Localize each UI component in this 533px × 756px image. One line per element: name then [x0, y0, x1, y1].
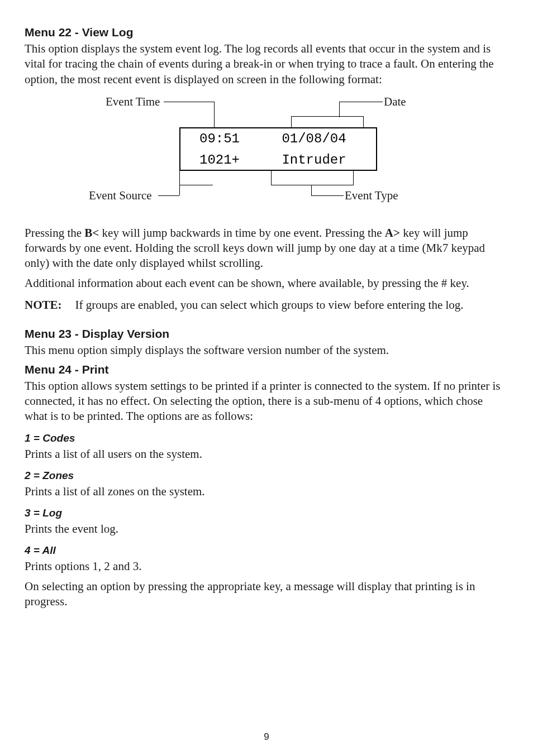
line-source-v — [179, 185, 180, 195]
lcd-display: 09:51 01/08/04 1021+ Intruder — [179, 127, 377, 171]
option-2-text: Prints a list of all zones on the system… — [25, 484, 508, 499]
note-text: If groups are enabled, you can select wh… — [75, 298, 464, 313]
menu22-paragraph-1: This option displays the system event lo… — [25, 41, 508, 87]
menu22-paragraph-2: Pressing the B< key will jump backwards … — [25, 226, 508, 271]
page-number: 9 — [0, 731, 533, 743]
display-date: 01/08/04 — [255, 128, 373, 150]
menu22-heading: Menu 22 - View Log — [25, 26, 508, 39]
type-frame — [271, 171, 354, 185]
label-event-type: Event Type — [345, 189, 398, 203]
label-date: Date — [384, 95, 406, 109]
line-type-h — [311, 195, 344, 196]
option-4-text: Prints options 1, 2 and 3. — [25, 559, 508, 574]
line-type-v — [311, 185, 312, 195]
event-log-diagram: Event Time Date Event Source Event Type … — [65, 95, 468, 212]
line-event-time-v — [214, 102, 215, 127]
menu22-paragraph-3: Additional information about each event … — [25, 276, 508, 291]
key-b-back: B< — [84, 226, 99, 240]
menu23-paragraph: This menu option simply displays the sof… — [25, 343, 508, 358]
option-1-heading: 1 = Codes — [25, 432, 508, 444]
line-source-h — [158, 195, 179, 196]
source-frame — [179, 171, 213, 185]
date-frame — [291, 116, 364, 128]
menu24-paragraph-1: This option allows system settings to be… — [25, 379, 508, 424]
display-type: Intruder — [255, 150, 373, 171]
display-source: 1021+ — [184, 150, 255, 171]
option-4-heading: 4 = All — [25, 544, 508, 557]
option-1-text: Prints a list of all users on the system… — [25, 447, 508, 462]
label-event-source: Event Source — [89, 189, 152, 203]
menu24-paragraph-2: On selecting an option by pressing the a… — [25, 579, 508, 610]
page-container: Menu 22 - View Log This option displays … — [0, 0, 533, 756]
menu22-p2-c: key will jump backwards in time by one e… — [99, 226, 385, 240]
note-row: NOTE: If groups are enabled, you can sel… — [25, 295, 508, 317]
menu23-heading: Menu 23 - Display Version — [25, 327, 508, 341]
line-date-h — [339, 102, 383, 102]
option-3-heading: 3 = Log — [25, 507, 508, 519]
key-a-fwd: A> — [385, 226, 400, 240]
menu24-heading: Menu 24 - Print — [25, 363, 508, 376]
line-event-time-h — [164, 102, 214, 102]
note-label: NOTE: — [25, 298, 62, 313]
line-date-v — [339, 102, 340, 117]
display-time: 09:51 — [184, 128, 255, 150]
menu22-p2-a: Pressing the — [25, 226, 84, 240]
option-2-heading: 2 = Zones — [25, 470, 508, 482]
option-3-text: Prints the event log. — [25, 521, 508, 537]
label-event-time: Event Time — [106, 95, 160, 109]
